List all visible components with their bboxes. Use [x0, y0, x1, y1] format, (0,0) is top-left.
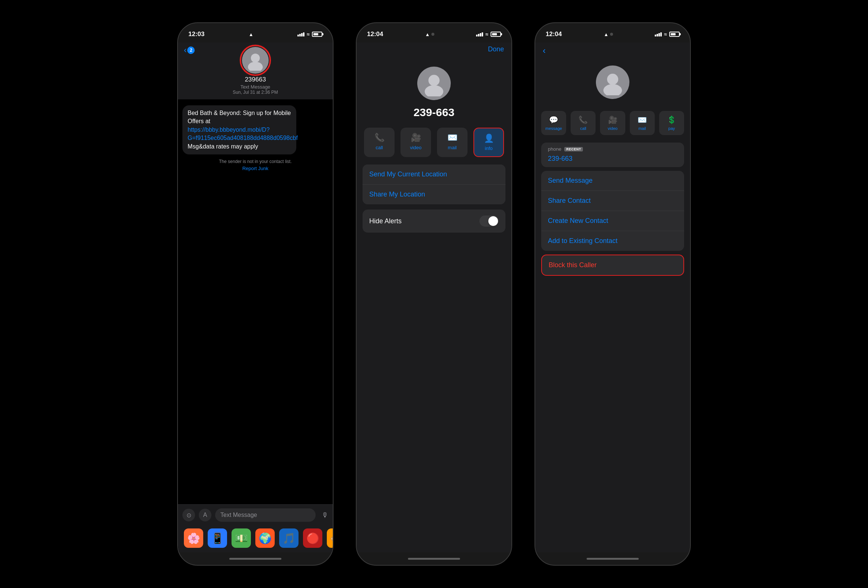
message-type-label-1: Text Message	[241, 84, 270, 90]
dock-red-icon[interactable]: 🔴	[303, 529, 322, 548]
hide-alerts-row: Hide Alerts	[363, 209, 505, 233]
status-bar-2: 12:04 ▲ ≈	[357, 23, 511, 43]
contact-section-2: 239-663	[357, 59, 511, 128]
share-contact-label: Share Contact	[548, 197, 591, 204]
signal-icon-3	[655, 32, 662, 37]
location-icon-2: ▲	[425, 32, 434, 37]
phone-section-label: phone	[548, 146, 561, 152]
mail-btn-3[interactable]: ✉️ mail	[630, 111, 655, 135]
messages-list: Bed Bath & Beyond: Sign up for Mobile Of…	[178, 99, 333, 504]
info-action-btn[interactable]: 👤 info	[474, 128, 504, 157]
back-button-3[interactable]: ‹	[543, 46, 546, 56]
contact-avatar-container[interactable]	[242, 47, 269, 74]
done-button[interactable]: Done	[488, 46, 504, 53]
home-indicator-1	[178, 552, 333, 565]
svg-point-5	[603, 84, 622, 95]
svg-point-4	[607, 74, 618, 85]
avatar-person-icon-3	[599, 69, 626, 95]
signal-icon-2	[476, 32, 483, 37]
contact-detail-screen: ‹ 💬 message 📞 call 🎥 video	[535, 43, 690, 552]
contact-info-header: Done	[357, 43, 511, 59]
contact-detail-header: ‹	[535, 43, 690, 62]
send-message-btn-3[interactable]: Send Message	[541, 171, 684, 191]
svg-point-2	[428, 75, 440, 86]
wifi-icon-2: ≈	[486, 31, 488, 37]
battery-icon-3	[669, 32, 680, 37]
hide-alerts-toggle[interactable]	[480, 215, 499, 227]
pay-icon-3: 💲	[667, 115, 676, 124]
back-button-1[interactable]: ‹ 2	[184, 46, 195, 55]
battery-icon-1	[312, 32, 322, 37]
dock-music-icon[interactable]: 🎵	[279, 529, 298, 548]
contact-section-3	[535, 62, 690, 111]
dock-photos-icon[interactable]: 🌸	[184, 529, 203, 548]
add-existing-label: Add to Existing Contact	[548, 237, 617, 245]
status-time-2: 12:04	[367, 31, 383, 38]
video-btn-3[interactable]: 🎥 video	[600, 111, 625, 135]
dock-appstore-icon[interactable]: 📱	[208, 529, 227, 548]
phone-2: 12:04 ▲ ≈ Done	[356, 22, 512, 566]
messages-header: ‹ 2 239663 Text Message Sun, Jul 31 at 2…	[178, 43, 333, 99]
home-bar-3	[587, 558, 639, 560]
wifi-icon-1: ≈	[307, 31, 310, 37]
mic-icon: 🎙	[322, 511, 328, 519]
mic-btn[interactable]: 🎙	[322, 511, 328, 519]
report-junk-btn[interactable]: Report Junk	[182, 166, 328, 171]
phone-section-header: phone RECENT	[541, 143, 684, 153]
home-bar-2	[408, 558, 460, 560]
avatar-person-icon-2	[421, 70, 447, 96]
call-action-btn[interactable]: 📞 call	[364, 128, 394, 157]
phone-number-card: phone RECENT 239-663	[541, 143, 684, 167]
home-indicator-3	[535, 552, 690, 565]
app-dock: 🌸 📱 💵 🌍 🎵 🔴 🐵	[178, 526, 333, 552]
block-caller-button[interactable]: Block this Caller	[541, 255, 684, 276]
dock-findmy-icon[interactable]: 🌍	[255, 529, 275, 548]
apps-btn[interactable]: A	[199, 509, 211, 522]
send-message-label: Send Message	[548, 177, 593, 184]
location-options-list: Send My Current Location Share My Locati…	[363, 165, 505, 204]
pay-label-3: pay	[669, 126, 675, 131]
mail-label: mail	[448, 145, 457, 150]
red-ring-highlight	[240, 45, 271, 76]
video-action-btn[interactable]: 🎥 video	[400, 128, 431, 157]
call-label-3: call	[580, 126, 587, 131]
video-label-3: video	[608, 126, 617, 131]
dock-cash-icon[interactable]: 💵	[232, 529, 251, 548]
status-bar-1: 12:03 ▲ ≈	[178, 23, 333, 43]
message-text-input[interactable]: Text Message	[215, 508, 316, 522]
dock-memoji-icon[interactable]: 🐵	[327, 529, 333, 548]
message-btn-3[interactable]: 💬 message	[541, 111, 566, 135]
contact-actions-list: Send Message Share Contact Create New Co…	[541, 171, 684, 251]
call-btn-3[interactable]: 📞 call	[571, 111, 596, 135]
status-icons-3: ≈	[655, 31, 680, 37]
mail-icon-3: ✉️	[638, 115, 647, 124]
home-bar-1	[229, 558, 281, 560]
wifi-icon-3: ≈	[664, 31, 667, 37]
video-icon-3: 🎥	[608, 115, 617, 124]
block-caller-label: Block this Caller	[549, 261, 597, 269]
video-icon: 🎥	[411, 133, 421, 143]
input-placeholder: Text Message	[220, 512, 257, 519]
action-buttons-3: 💬 message 📞 call 🎥 video ✉️ mail 💲 pay	[535, 111, 690, 143]
messages-screen: ‹ 2 239663 Text Message Sun, Jul 31 at 2…	[178, 43, 333, 552]
mail-action-btn[interactable]: ✉️ mail	[437, 128, 468, 157]
phone-number-value[interactable]: 239-663	[541, 153, 684, 167]
contact-info-screen: Done 239-663 📞 call 🎥 video ✉️ ma	[357, 43, 511, 552]
pay-btn-3[interactable]: 💲 pay	[659, 111, 684, 135]
create-new-contact-btn[interactable]: Create New Contact	[541, 211, 684, 231]
send-location-btn[interactable]: Send My Current Location	[363, 165, 505, 184]
call-icon: 📞	[375, 133, 384, 143]
back-chevron-icon: ‹	[184, 46, 186, 55]
message-link[interactable]: https://bbby.bbbeyond.mobi/D?G=f9115ec60…	[187, 127, 298, 141]
status-time-1: 12:03	[188, 31, 204, 38]
battery-icon-2	[490, 32, 501, 37]
contact-avatar-2	[417, 66, 451, 100]
phone-1: 12:03 ▲ ≈ ‹ 2	[177, 22, 334, 566]
share-contact-btn-3[interactable]: Share Contact	[541, 191, 684, 211]
camera-btn[interactable]: ⊙	[182, 509, 195, 522]
add-to-existing-contact-btn[interactable]: Add to Existing Contact	[541, 231, 684, 251]
call-label: call	[376, 145, 383, 150]
call-icon-3: 📞	[579, 115, 588, 124]
share-location-btn[interactable]: Share My Location	[363, 184, 505, 204]
back-badge: 2	[187, 47, 195, 54]
